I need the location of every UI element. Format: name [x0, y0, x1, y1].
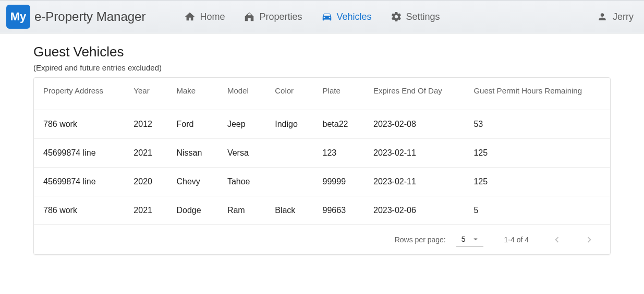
col-year[interactable]: Year: [124, 78, 167, 110]
page-content: Guest Vehicles (Expired and future entri…: [0, 33, 644, 265]
main-nav: Home Properties Vehicles Settings: [177, 6, 447, 28]
home-icon: [184, 11, 196, 22]
col-model[interactable]: Model: [218, 78, 265, 110]
cell-color: [265, 139, 313, 168]
page-subtitle: (Expired and future entries excluded): [33, 63, 611, 72]
cell-plate: 99999: [313, 168, 364, 196]
cell-make: Chevy: [167, 168, 217, 196]
cell-plate: beta22: [313, 110, 364, 139]
nav-settings[interactable]: Settings: [383, 6, 447, 28]
nav-vehicles[interactable]: Vehicles: [314, 6, 379, 28]
nav-settings-label: Settings: [406, 11, 440, 22]
cell-year: 2020: [124, 168, 167, 196]
col-make[interactable]: Make: [167, 78, 217, 110]
col-hours[interactable]: Guest Permit Hours Remaining: [464, 78, 610, 110]
vehicles-card: Property Address Year Make Model Color P…: [33, 77, 611, 255]
cell-hours: 5: [464, 196, 610, 225]
dropdown-icon: [471, 234, 480, 244]
cell-year: 2012: [124, 110, 167, 139]
cell-property-address: 786 work: [34, 110, 124, 139]
table-row[interactable]: 786 work2021DodgeRamBlack996632023-02-06…: [34, 196, 610, 225]
col-expires[interactable]: Expires End Of Day: [364, 78, 464, 110]
chevron-left-icon: [551, 234, 563, 245]
cell-hours: 125: [464, 139, 610, 168]
page-title: Guest Vehicles: [33, 44, 611, 60]
nav-home[interactable]: Home: [177, 6, 232, 28]
user-menu[interactable]: Jerry: [597, 11, 634, 22]
properties-icon: [244, 11, 255, 22]
cell-make: Nissan: [167, 139, 217, 168]
cell-color: [265, 168, 313, 196]
prev-page-button[interactable]: [550, 232, 564, 247]
table-row[interactable]: 45699874 line2021NissanVersa1232023-02-1…: [34, 139, 610, 168]
cell-model: Tahoe: [218, 168, 265, 196]
table-footer: Rows per page: 5 1-4 of 4: [34, 225, 610, 254]
col-property-address[interactable]: Property Address: [34, 78, 124, 110]
chevron-right-icon: [584, 234, 595, 245]
nav-properties[interactable]: Properties: [236, 6, 309, 28]
cell-color: Indigo: [265, 110, 313, 139]
cell-color: Black: [265, 196, 313, 225]
cell-make: Ford: [167, 110, 217, 139]
user-icon: [597, 11, 607, 22]
cell-expires: 2023-02-11: [364, 168, 464, 196]
cell-hours: 53: [464, 110, 610, 139]
user-name: Jerry: [613, 11, 634, 22]
cell-property-address: 45699874 line: [34, 168, 124, 196]
cell-expires: 2023-02-06: [364, 196, 464, 225]
nav-properties-label: Properties: [259, 11, 302, 22]
table-row[interactable]: 786 work2012FordJeepIndigobeta222023-02-…: [34, 110, 610, 139]
cell-plate: 99663: [313, 196, 364, 225]
car-icon: [321, 11, 333, 22]
pagination-range: 1-4 of 4: [504, 236, 529, 244]
next-page-button[interactable]: [582, 232, 597, 247]
table-row[interactable]: 45699874 line2020ChevyTahoe999992023-02-…: [34, 168, 610, 196]
cell-model: Ram: [218, 196, 265, 225]
cell-expires: 2023-02-08: [364, 110, 464, 139]
col-color[interactable]: Color: [265, 78, 313, 110]
top-bar: My e-Property Manager Home Properties Ve…: [0, 0, 644, 33]
gear-icon: [391, 11, 402, 22]
rows-per-page-select[interactable]: 5: [456, 233, 483, 246]
rows-per-page-label: Rows per page:: [395, 236, 446, 244]
cell-make: Dodge: [167, 196, 217, 225]
col-plate[interactable]: Plate: [313, 78, 364, 110]
cell-property-address: 786 work: [34, 196, 124, 225]
cell-expires: 2023-02-11: [364, 139, 464, 168]
rows-per-page-value: 5: [461, 235, 466, 243]
nav-vehicles-label: Vehicles: [337, 11, 372, 22]
cell-model: Jeep: [218, 110, 265, 139]
cell-hours: 125: [464, 168, 610, 196]
table-header-row: Property Address Year Make Model Color P…: [34, 78, 610, 110]
vehicles-table: Property Address Year Make Model Color P…: [34, 78, 610, 225]
cell-model: Versa: [218, 139, 265, 168]
rows-per-page: Rows per page: 5: [395, 233, 483, 246]
nav-home-label: Home: [200, 11, 225, 22]
cell-plate: 123: [313, 139, 364, 168]
brand-name[interactable]: e-Property Manager: [34, 9, 145, 24]
cell-year: 2021: [124, 196, 167, 225]
cell-property-address: 45699874 line: [34, 139, 124, 168]
pager: [550, 232, 597, 247]
logo-text: My: [10, 10, 27, 23]
logo-badge: My: [6, 5, 30, 29]
cell-year: 2021: [124, 139, 167, 168]
